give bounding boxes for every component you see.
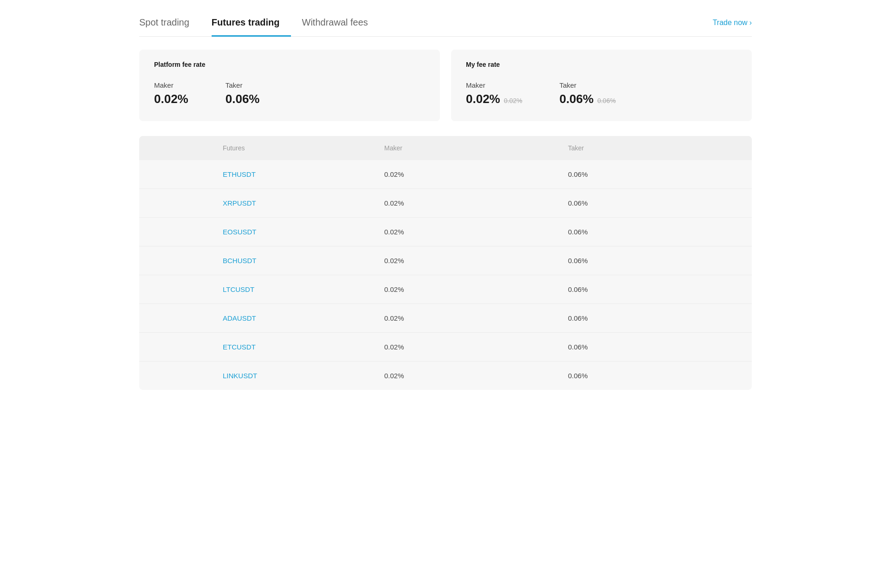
row-symbol[interactable]: ADAUSDT — [139, 304, 384, 333]
row-taker: 0.06% — [568, 304, 752, 333]
row-taker: 0.06% — [568, 218, 752, 246]
my-fee-card: My fee rate Maker 0.02%0.02% Taker 0.06%… — [451, 50, 752, 121]
tabs-list: Spot trading Futures trading Withdrawal … — [139, 9, 390, 36]
row-maker: 0.02% — [384, 304, 568, 333]
table-row: LTCUSDT0.02%0.06% — [139, 275, 752, 304]
fee-table-container: Futures Maker Taker ETHUSDT0.02%0.06%XRP… — [139, 136, 752, 390]
row-taker: 0.06% — [568, 275, 752, 304]
row-symbol[interactable]: LTCUSDT — [139, 275, 384, 304]
row-maker: 0.02% — [384, 246, 568, 275]
trade-now-link[interactable]: Trade now › — [713, 19, 752, 27]
platform-maker-value: 0.02% — [154, 92, 188, 106]
my-maker-value-main: 0.02% — [466, 92, 500, 106]
platform-fee-values: Maker 0.02% Taker 0.06% — [154, 81, 425, 106]
platform-taker-label: Taker — [226, 81, 260, 89]
my-fee-values: Maker 0.02%0.02% Taker 0.06%0.06% — [466, 81, 737, 106]
row-maker: 0.02% — [384, 333, 568, 362]
row-taker: 0.06% — [568, 333, 752, 362]
row-maker: 0.02% — [384, 218, 568, 246]
platform-taker-col: Taker 0.06% — [226, 81, 260, 106]
row-maker: 0.02% — [384, 160, 568, 189]
row-symbol[interactable]: XRPUSDT — [139, 189, 384, 218]
tab-withdrawal[interactable]: Withdrawal fees — [302, 10, 379, 37]
my-taker-label: Taker — [559, 81, 615, 89]
my-taker-value-main: 0.06% — [559, 92, 594, 106]
row-maker: 0.02% — [384, 275, 568, 304]
page-container: Spot trading Futures trading Withdrawal … — [125, 0, 766, 399]
row-symbol[interactable]: BCHUSDT — [139, 246, 384, 275]
table-row: LINKUSDT0.02%0.06% — [139, 362, 752, 390]
fee-table: Futures Maker Taker ETHUSDT0.02%0.06%XRP… — [139, 136, 752, 390]
trade-now-arrow: › — [749, 19, 752, 27]
row-taker: 0.06% — [568, 160, 752, 189]
table-row: ETCUSDT0.02%0.06% — [139, 333, 752, 362]
my-maker-value: 0.02%0.02% — [466, 92, 522, 106]
row-taker: 0.06% — [568, 246, 752, 275]
platform-maker-col: Maker 0.02% — [154, 81, 188, 106]
my-taker-col: Taker 0.06%0.06% — [559, 81, 615, 106]
fee-table-body: ETHUSDT0.02%0.06%XRPUSDT0.02%0.06%EOSUSD… — [139, 160, 752, 390]
tabs-header: Spot trading Futures trading Withdrawal … — [139, 9, 752, 37]
platform-maker-label: Maker — [154, 81, 188, 89]
trade-now-label: Trade now — [713, 19, 748, 27]
table-row: XRPUSDT0.02%0.06% — [139, 189, 752, 218]
table-row: ADAUSDT0.02%0.06% — [139, 304, 752, 333]
platform-taker-value: 0.06% — [226, 92, 260, 106]
row-maker: 0.02% — [384, 362, 568, 390]
row-taker: 0.06% — [568, 189, 752, 218]
row-symbol[interactable]: LINKUSDT — [139, 362, 384, 390]
col-futures: Futures — [139, 136, 384, 160]
row-maker: 0.02% — [384, 189, 568, 218]
fee-cards-row: Platform fee rate Maker 0.02% Taker 0.06… — [139, 50, 752, 121]
my-maker-label: Maker — [466, 81, 522, 89]
tab-futures[interactable]: Futures trading — [212, 10, 291, 37]
row-symbol[interactable]: EOSUSDT — [139, 218, 384, 246]
table-row: BCHUSDT0.02%0.06% — [139, 246, 752, 275]
col-maker: Maker — [384, 136, 568, 160]
table-header-row: Futures Maker Taker — [139, 136, 752, 160]
row-symbol[interactable]: ETHUSDT — [139, 160, 384, 189]
tab-spot[interactable]: Spot trading — [139, 10, 200, 37]
my-taker-value: 0.06%0.06% — [559, 92, 615, 106]
platform-fee-title: Platform fee rate — [154, 61, 425, 68]
my-maker-col: Maker 0.02%0.02% — [466, 81, 522, 106]
platform-fee-card: Platform fee rate Maker 0.02% Taker 0.06… — [139, 50, 440, 121]
table-row: EOSUSDT0.02%0.06% — [139, 218, 752, 246]
row-symbol[interactable]: ETCUSDT — [139, 333, 384, 362]
my-fee-title: My fee rate — [466, 61, 737, 68]
row-taker: 0.06% — [568, 362, 752, 390]
my-taker-original: 0.06% — [597, 97, 616, 104]
table-row: ETHUSDT0.02%0.06% — [139, 160, 752, 189]
col-taker: Taker — [568, 136, 752, 160]
my-maker-original: 0.02% — [504, 97, 523, 104]
